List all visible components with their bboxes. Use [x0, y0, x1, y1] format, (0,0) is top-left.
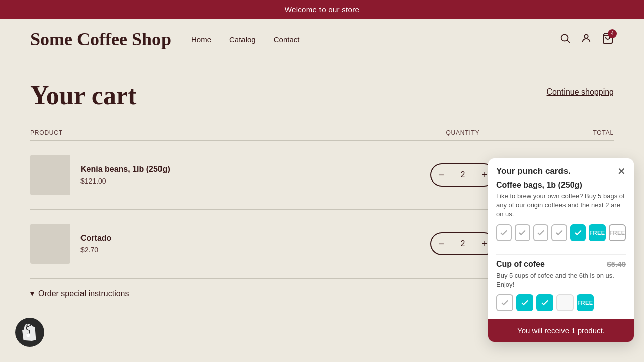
stamp-1-6: FREE	[589, 224, 606, 241]
svg-point-0	[561, 34, 568, 41]
item-name-1: Kenia beans, 1lb (250g)	[80, 165, 170, 174]
account-button[interactable]	[581, 33, 592, 47]
main-nav: Home Catalog Contact	[191, 35, 299, 44]
quantity-value-2: 2	[451, 239, 474, 248]
punch-notification: You will receive 1 product.	[488, 319, 634, 342]
stamp-1-4	[551, 224, 567, 241]
item-name-2: Cortado	[80, 234, 111, 243]
stamp-1-2	[515, 224, 530, 241]
punch-card-section-1: Coffee bags, 1b (250g) Like to brew your…	[488, 180, 634, 249]
item-price-2: $2.70	[80, 246, 111, 254]
stamp-2-1	[496, 294, 513, 311]
punch-section-2-price: $5.40	[607, 260, 626, 268]
item-info-1: Kenia beans, 1lb (250g) $121.00	[30, 155, 413, 195]
punch-card-popup-header: Your punch cards. ✕	[488, 158, 634, 180]
search-icon	[559, 33, 571, 47]
punch-card-title: Your punch cards.	[496, 166, 571, 176]
stamps-row-1: FREE FREE	[496, 224, 626, 241]
stamp-2-4	[556, 294, 574, 311]
account-icon	[581, 33, 592, 47]
shopify-icon	[21, 324, 38, 341]
svg-line-1	[567, 40, 570, 43]
svg-point-4	[26, 333, 30, 337]
search-button[interactable]	[559, 33, 571, 47]
stamp-1-7: FREE	[609, 224, 626, 241]
item-info-2: Cortado $2.70	[30, 224, 413, 264]
stamp-1-5	[570, 224, 586, 241]
punch-section-2-name: Cup of cofee	[496, 260, 545, 269]
stamp-2-3	[536, 294, 553, 311]
stamp-1-3	[533, 224, 549, 241]
quantity-control-1: − 2 +	[430, 163, 496, 187]
shopify-badge[interactable]	[15, 318, 44, 347]
punch-card-popup: Your punch cards. ✕ Coffee bags, 1b (250…	[488, 158, 634, 342]
nav-contact[interactable]: Contact	[274, 35, 300, 44]
col-header-product: PRODUCT	[30, 129, 413, 136]
punch-notification-text: You will receive 1 product.	[517, 326, 605, 335]
cart-title: Your cart	[30, 80, 136, 110]
cart-table-header: PRODUCT QUANTITY TOTAL	[30, 125, 614, 141]
item-price-1: $121.00	[80, 177, 170, 185]
stamp-1-1	[496, 224, 512, 241]
divider	[496, 254, 626, 255]
header: Some Coffee Shop Home Catalog Contact	[0, 19, 644, 60]
stamp-2-2	[516, 294, 533, 311]
chevron-down-icon: ▾	[30, 289, 34, 298]
quantity-decrease-2[interactable]: −	[431, 233, 451, 254]
quantity-value-1: 2	[451, 170, 474, 179]
punch-section-1-desc: Like to brew your own coffee? Buy 5 bags…	[496, 192, 626, 219]
item-image-1	[30, 155, 70, 195]
stamp-2-5: FREE	[577, 294, 594, 311]
cart-count: 4	[608, 29, 617, 38]
nav-home[interactable]: Home	[191, 35, 211, 44]
punch-section-1-name: Coffee bags, 1b (250g)	[496, 180, 626, 190]
header-left: Some Coffee Shop Home Catalog Contact	[30, 29, 299, 50]
item-details-1: Kenia beans, 1lb (250g) $121.00	[80, 165, 170, 185]
stamps-row-2: FREE	[496, 294, 626, 311]
cart-header: Your cart Continue shopping	[30, 80, 614, 110]
col-header-quantity: QUANTITY	[413, 129, 513, 136]
continue-shopping-button[interactable]: Continue shopping	[547, 87, 614, 97]
item-image-2	[30, 224, 70, 264]
quantity-decrease-1[interactable]: −	[431, 164, 451, 186]
svg-point-2	[584, 34, 588, 38]
punch-card-section-2: Cup of cofee $5.40 Buy 5 cups of cofee a…	[488, 260, 634, 319]
col-header-total: TOTAL	[513, 129, 614, 136]
item-details-2: Cortado $2.70	[80, 234, 111, 254]
banner-text: Welcome to our store	[285, 5, 359, 14]
close-punch-card-button[interactable]: ✕	[617, 166, 626, 176]
logo: Some Coffee Shop	[30, 29, 171, 50]
punch-section-2-desc: Buy 5 cups of cofee and the 6th is on us…	[496, 271, 626, 289]
header-right: 4	[559, 32, 614, 47]
order-instructions-label: Order special instructions	[38, 289, 129, 298]
punch-section-2-header: Cup of cofee $5.40	[496, 260, 626, 269]
quantity-control-2: − 2 +	[430, 232, 496, 255]
cart-button[interactable]: 4	[602, 32, 614, 47]
nav-catalog[interactable]: Catalog	[229, 35, 256, 44]
top-banner: Welcome to our store	[0, 0, 644, 19]
